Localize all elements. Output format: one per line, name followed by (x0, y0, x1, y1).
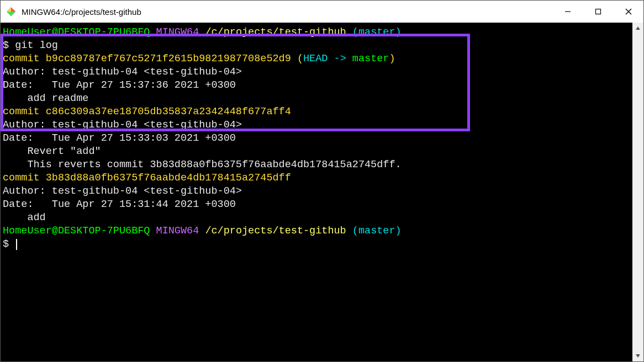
prompt-line: HomeUser@DESKTOP-7PU6BFQ MINGW64 /c/proj… (3, 225, 632, 238)
svg-marker-9 (636, 354, 640, 358)
author-line: Author: test-github-04 <test-github-04> (3, 66, 632, 79)
commit-hash: commit 3b83d88a0fb6375f76aabde4db178415a… (3, 172, 291, 184)
author-line: Author: test-github-04 <test-github-04> (3, 119, 632, 132)
terminal-output[interactable]: HomeUser@DESKTOP-7PU6BFQ MINGW64 /c/proj… (1, 23, 632, 361)
author-line: Author: test-github-04 <test-github-04> (3, 185, 632, 198)
prompt-user-host: HomeUser@DESKTOP-7PU6BFQ (3, 225, 156, 237)
commit-author: Author: test-github-04 <test-github-04> (3, 185, 242, 197)
date-line: Date: Tue Apr 27 15:33:03 2021 +0300 (3, 132, 632, 145)
date-line: Date: Tue Apr 27 15:31:44 2021 +0300 (3, 198, 632, 211)
terminal-window: MINGW64:/c/projects/test-github HomeUser… (0, 0, 644, 362)
scrollbar[interactable] (632, 23, 643, 361)
commit-author: Author: test-github-04 <test-github-04> (3, 66, 242, 78)
svg-marker-3 (7, 12, 15, 16)
prompt-shell: MINGW64 (156, 225, 205, 237)
prompt-symbol: $ (3, 40, 15, 51)
ref-head: HEAD -> (303, 53, 352, 65)
terminal-area: HomeUser@DESKTOP-7PU6BFQ MINGW64 /c/proj… (1, 23, 643, 361)
prompt-user-host: HomeUser@DESKTOP-7PU6BFQ (3, 26, 156, 38)
prompt-input-line[interactable]: $ (3, 238, 632, 251)
prompt-line: HomeUser@DESKTOP-7PU6BFQ MINGW64 /c/proj… (3, 26, 632, 39)
message-line: add (3, 211, 632, 225)
minimize-button[interactable] (552, 1, 583, 23)
commit-message: add (3, 212, 46, 223)
cursor (16, 239, 17, 250)
date-line: Date: Tue Apr 27 15:37:36 2021 +0300 (3, 79, 632, 92)
commit-line: commit c86c309a37ee18705db35837a2342448f… (3, 105, 632, 119)
commit-line: commit 3b83d88a0fb6375f76aabde4db178415a… (3, 172, 632, 185)
scroll-down-icon[interactable] (632, 350, 643, 361)
prompt-symbol: $ (3, 238, 15, 250)
app-icon (6, 7, 16, 17)
commit-message: Revert "add" (3, 146, 101, 157)
ref-branch: master (352, 53, 389, 65)
commit-hash: commit b9cc89787ef767c5271f2615b98219877… (3, 53, 291, 65)
command-text: git log (15, 40, 58, 51)
scroll-up-icon[interactable] (632, 23, 643, 34)
prompt-branch: (master) (352, 26, 402, 38)
commit-hash: commit c86c309a37ee18705db35837a2342448f… (3, 106, 291, 118)
window-title: MINGW64:/c/projects/test-github (22, 7, 552, 17)
maximize-button[interactable] (583, 1, 613, 23)
command-line: $ git log (3, 39, 632, 52)
prompt-path: /c/projects/test-github (205, 26, 352, 38)
commit-author: Author: test-github-04 <test-github-04> (3, 119, 242, 131)
commit-message: This reverts commit 3b83d88a0fb6375f76aa… (3, 159, 402, 171)
message-line: This reverts commit 3b83d88a0fb6375f76aa… (3, 158, 632, 172)
commit-line: commit b9cc89787ef767c5271f2615b98219877… (3, 52, 632, 66)
window-controls (552, 1, 643, 23)
commit-date: Date: Tue Apr 27 15:33:03 2021 +0300 (3, 132, 236, 144)
close-button[interactable] (613, 1, 643, 23)
commit-date: Date: Tue Apr 27 15:31:44 2021 +0300 (3, 199, 236, 210)
svg-rect-5 (595, 9, 600, 14)
prompt-shell: MINGW64 (156, 26, 205, 38)
svg-marker-8 (636, 26, 640, 30)
commit-message: add readme (3, 93, 88, 104)
titlebar[interactable]: MINGW64:/c/projects/test-github (1, 1, 643, 23)
prompt-path: /c/projects/test-github (205, 225, 352, 237)
message-line: add readme (3, 92, 632, 105)
prompt-branch: (master) (352, 225, 402, 237)
message-line: Revert "add" (3, 145, 632, 158)
commit-date: Date: Tue Apr 27 15:37:36 2021 +0300 (3, 79, 236, 91)
